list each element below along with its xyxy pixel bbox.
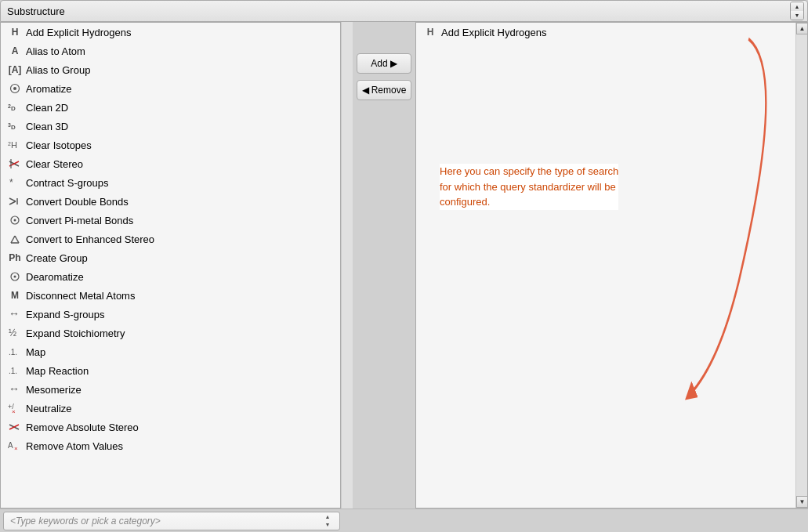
item-label: Convert to Enhanced Stereo <box>26 233 154 245</box>
list-item[interactable]: Convert Double Bonds <box>1 192 340 211</box>
item-label: Create Group <box>26 252 88 264</box>
item-icon: .1. <box>7 345 23 359</box>
item-icon: Ph <box>7 251 23 265</box>
right-scrollbar: ▲ ▼ <box>795 23 807 508</box>
search-stepper-down[interactable]: ▼ <box>322 521 333 529</box>
search-stepper[interactable]: ▲ ▼ <box>322 513 333 529</box>
list-item[interactable]: HAdd Explicit Hydrogens <box>1 23 340 42</box>
item-icon <box>7 81 23 96</box>
list-item[interactable]: +/×Neutralize <box>1 399 340 418</box>
item-icon: ↔ <box>7 307 23 321</box>
item-icon: ↔ <box>7 382 23 396</box>
list-item[interactable]: 3DClean 3D <box>1 117 340 136</box>
stepper-up-btn[interactable]: ▲ <box>791 2 803 11</box>
list-item[interactable]: Remove Absolute Stereo <box>1 418 340 436</box>
list-item[interactable]: AAlias to Atom <box>1 42 340 60</box>
item-icon: .1. <box>7 364 23 378</box>
item-label: Contract S-groups <box>26 177 109 189</box>
top-bar: Substructure ▲ ▼ <box>0 0 808 22</box>
item-icon: A× <box>7 439 23 453</box>
right-panel: H Add Explicit Hydrogens Here you can sp… <box>415 22 808 508</box>
list-item[interactable]: *Contract S-groups <box>1 173 340 192</box>
list-item[interactable]: 2HClear Isotopes <box>1 136 340 154</box>
item-label: Remove Absolute Stereo <box>26 422 139 433</box>
svg-text:×: × <box>14 445 18 452</box>
list-item[interactable]: [A]Alias to Group <box>1 60 340 79</box>
item-icon: M <box>7 288 23 302</box>
left-panel: HAdd Explicit HydrogensAAlias to Atom[A]… <box>0 22 353 508</box>
list-item[interactable]: ↔Expand S-groups <box>1 305 340 324</box>
right-item-label: Add Explicit Hydrogens <box>441 27 546 38</box>
add-label: Add <box>371 58 387 69</box>
right-list-container: H Add Explicit Hydrogens Here you can sp… <box>415 22 808 508</box>
item-icon: +/× <box>7 401 23 415</box>
scroll-down-btn[interactable]: ▼ <box>796 496 808 508</box>
list-item[interactable]: PhCreate Group <box>1 248 340 267</box>
middle-buttons: Add ▶ ◀ Remove <box>353 22 415 508</box>
item-label: Disconnect Metal Atoms <box>26 290 135 302</box>
list-item[interactable]: ½Expand Stoichiometry <box>1 324 340 342</box>
annotation-text: Here you can specify the type of search … <box>440 164 618 210</box>
annotation-bubble: Here you can specify the type of search … <box>440 164 618 210</box>
svg-text:*: * <box>9 177 13 188</box>
search-placeholder: <Type keywords or pick a category> <box>10 516 161 527</box>
svg-line-9 <box>9 198 16 201</box>
left-list[interactable]: HAdd Explicit HydrogensAAlias to Atom[A]… <box>0 22 341 508</box>
item-icon: 2H <box>7 138 23 152</box>
list-item[interactable]: Convert Pi-metal Bonds <box>1 211 340 230</box>
svg-point-1 <box>13 87 16 90</box>
svg-text:2H: 2H <box>8 140 17 150</box>
item-label: Alias to Group <box>26 64 90 76</box>
list-item[interactable]: Aromatize <box>1 79 340 98</box>
svg-point-18 <box>14 276 16 278</box>
item-icon: 3D <box>7 119 23 133</box>
list-item[interactable]: ↔Mesomerize <box>1 380 340 399</box>
scroll-up-btn[interactable]: ▲ <box>796 23 808 34</box>
svg-line-10 <box>9 201 16 204</box>
add-button[interactable]: Add ▶ <box>357 53 411 74</box>
remove-button[interactable]: ◀ Remove <box>357 80 411 100</box>
list-item[interactable]: 2DClean 2D <box>1 98 340 117</box>
list-item[interactable]: MDisconnect Metal Atoms <box>1 286 340 305</box>
search-stepper-up[interactable]: ▲ <box>322 513 333 521</box>
svg-text:↔: ↔ <box>9 383 20 395</box>
list-item[interactable]: Convert to Enhanced Stereo <box>1 230 340 248</box>
remove-label: Remove <box>371 85 407 96</box>
item-label: Map Reaction <box>26 365 89 377</box>
list-item[interactable]: .1.Map <box>1 342 340 361</box>
item-icon <box>7 232 23 246</box>
item-icon <box>7 270 23 284</box>
svg-line-15 <box>15 236 19 243</box>
item-label: Mesomerize <box>26 384 82 396</box>
svg-point-13 <box>14 219 16 222</box>
top-stepper[interactable]: ▲ ▼ <box>790 2 804 20</box>
item-icon: H <box>7 25 23 39</box>
item-icon: * <box>7 176 23 190</box>
add-icon: ▶ <box>390 58 397 69</box>
item-label: Alias to Atom <box>26 45 85 57</box>
item-label: Convert Pi-metal Bonds <box>26 215 133 226</box>
right-list-item: H Add Explicit Hydrogens <box>416 23 807 42</box>
item-icon <box>7 194 23 208</box>
list-item[interactable]: Dearomatize <box>1 267 340 286</box>
item-label: Aromatize <box>26 83 72 95</box>
list-item[interactable]: A×Remove Atom Values <box>1 436 340 455</box>
svg-text:↔: ↔ <box>9 308 20 320</box>
item-label: Convert Double Bonds <box>26 196 129 208</box>
item-label: Remove Atom Values <box>26 440 123 452</box>
item-label: Expand S-groups <box>26 309 104 320</box>
list-item[interactable]: .1.Map Reaction <box>1 361 340 380</box>
list-item[interactable]: Clear Stereo <box>1 154 340 173</box>
item-icon <box>7 420 23 434</box>
bottom-bar: <Type keywords or pick a category> ▲ ▼ <box>0 508 808 532</box>
svg-text:.1.: .1. <box>9 367 17 375</box>
stepper-down-btn[interactable]: ▼ <box>791 11 803 20</box>
item-label: Map <box>26 346 45 358</box>
search-container[interactable]: <Type keywords or pick a category> ▲ ▼ <box>3 512 340 530</box>
item-label: Clear Isotopes <box>26 139 92 151</box>
annotation-arrow <box>416 23 807 508</box>
content-area: HAdd Explicit HydrogensAAlias to Atom[A]… <box>0 22 808 508</box>
item-icon <box>7 213 23 227</box>
svg-text:½: ½ <box>9 328 16 338</box>
left-scrollbar-track <box>341 22 353 508</box>
